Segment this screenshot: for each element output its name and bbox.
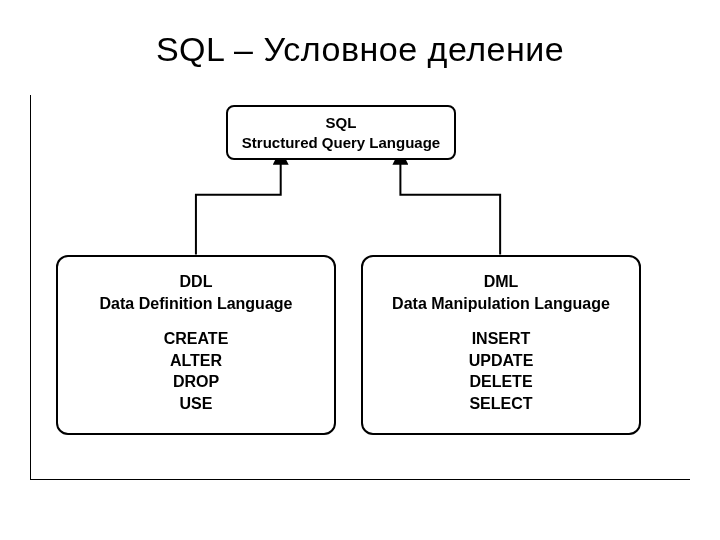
dml-command: UPDATE: [373, 350, 629, 372]
ddl-box: DDL Data Definition Language CREATE ALTE…: [56, 255, 336, 435]
dml-subtitle: Data Manipulation Language: [373, 293, 629, 315]
ddl-title: DDL: [68, 271, 324, 293]
dml-title: DML: [373, 271, 629, 293]
ddl-command: ALTER: [68, 350, 324, 372]
dml-command: SELECT: [373, 393, 629, 415]
dml-command: INSERT: [373, 328, 629, 350]
ddl-command: DROP: [68, 371, 324, 393]
ddl-command: USE: [68, 393, 324, 415]
sql-root-title: SQL: [236, 113, 446, 133]
diagram-area: SQL Structured Query Language DDL Data D…: [30, 95, 690, 480]
page-title: SQL – Условное деление: [0, 0, 720, 69]
ddl-command: CREATE: [68, 328, 324, 350]
dml-box: DML Data Manipulation Language INSERT UP…: [361, 255, 641, 435]
sql-root-subtitle: Structured Query Language: [236, 133, 446, 153]
sql-root-box: SQL Structured Query Language: [226, 105, 456, 160]
ddl-subtitle: Data Definition Language: [68, 293, 324, 315]
dml-command: DELETE: [373, 371, 629, 393]
